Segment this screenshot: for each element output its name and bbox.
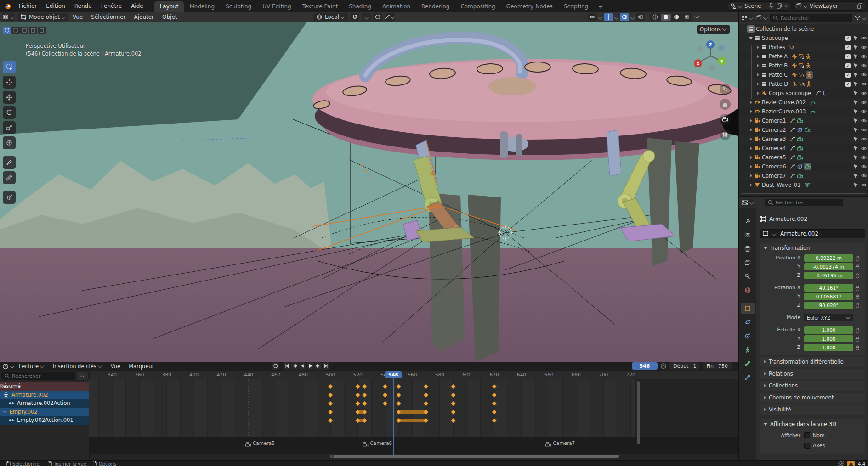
next-keyframe-button[interactable] — [315, 362, 322, 370]
jump-to-end-button[interactable] — [323, 362, 329, 370]
cursor-tool-button[interactable] — [3, 76, 16, 89]
visibility-dropdown[interactable] — [599, 14, 602, 20]
channel-empty.002[interactable]: −Empty.002 — [0, 408, 89, 416]
camdata-data-icon[interactable] — [797, 154, 803, 161]
visibility-eye-icon[interactable] — [861, 127, 867, 133]
mesh-data-icon[interactable]: ▽3 — [799, 72, 804, 78]
transform-value-field[interactable]: -0.46196 m — [804, 272, 853, 279]
outliner-row-beziercurve.002[interactable]: BezierCurve.002 — [739, 98, 868, 107]
panel-transformation-différentielle[interactable]: Transformation différentielle — [760, 357, 865, 367]
channel-armature.002action[interactable]: Armature.002Action — [0, 399, 89, 408]
lock-icon[interactable] — [853, 302, 862, 309]
add-cube-tool-button[interactable] — [3, 191, 16, 204]
move-tool-button[interactable] — [3, 91, 16, 104]
visibility-eye-icon[interactable] — [861, 145, 867, 152]
copy-icon[interactable] — [857, 3, 863, 9]
outliner-row-camera5[interactable]: Camera5 — [739, 153, 868, 162]
close-icon[interactable]: ✕ — [784, 4, 788, 9]
measure-tool-button[interactable] — [3, 171, 16, 184]
visibility-eye-icon[interactable] — [861, 173, 867, 179]
viewlayer-selector[interactable]: ViewLayer — [793, 1, 865, 11]
visibility-eye-icon[interactable] — [861, 81, 867, 87]
channel-armature.002[interactable]: Armature.002 — [0, 391, 89, 399]
visibility-eye-icon[interactable] — [861, 90, 867, 96]
current-frame-field[interactable]: 546 — [632, 362, 658, 370]
selectable-icon[interactable] — [852, 182, 859, 188]
outliner-hscrollbar[interactable] — [741, 193, 866, 194]
gizmo-dropdown[interactable] — [615, 14, 618, 20]
outliner-row-camera1[interactable]: Camera1 — [739, 116, 868, 125]
properties-search-input[interactable]: Rechercher — [765, 199, 843, 206]
timeline-vscrollbar[interactable] — [637, 381, 640, 444]
timeline-menu-lecture[interactable]: Lecture — [15, 363, 49, 370]
transform-value-field[interactable]: -0.002374 m — [804, 263, 853, 270]
visibility-icon[interactable] — [588, 13, 597, 21]
properties-editor-type-button[interactable] — [742, 199, 754, 207]
selectable-icon[interactable] — [852, 99, 859, 106]
object-name-field[interactable]: Armature.002 — [760, 229, 865, 238]
constraint-data-icon[interactable] — [797, 163, 803, 170]
timeline-hscrollbar-thumb[interactable] — [330, 455, 619, 458]
outliner-row-camera4[interactable]: Camera4 — [739, 144, 868, 153]
outliner-filter-mode-button[interactable] — [755, 14, 768, 22]
grid-view-icon[interactable] — [720, 129, 731, 140]
previous-keyframe-button[interactable] — [291, 362, 298, 370]
orientation-dropdown[interactable]: Local — [313, 13, 348, 21]
select-lasso-mode-button[interactable] — [29, 27, 37, 34]
camdata-data-icon[interactable] — [804, 163, 811, 170]
empty-data-icon[interactable] — [791, 62, 798, 69]
add-workspace-button[interactable]: + — [594, 2, 607, 12]
transform-panel-header[interactable]: Transformation — [760, 243, 865, 253]
hand-icon[interactable] — [720, 99, 731, 110]
workspace-tab-rendering[interactable]: Rendering — [416, 1, 455, 12]
visibility-eye-icon[interactable] — [861, 182, 867, 188]
workspace-tab-sculpting[interactable]: Sculpting — [220, 1, 257, 12]
workspace-tab-scripting[interactable]: Scripting — [558, 1, 594, 12]
material-shading-button[interactable] — [671, 14, 681, 21]
lock-icon[interactable] — [853, 344, 862, 351]
camdata-data-icon[interactable] — [797, 118, 803, 124]
selectable-icon[interactable] — [852, 53, 859, 60]
transform-value-field[interactable]: 40.161° — [804, 284, 853, 292]
properties-tab-tool[interactable] — [741, 215, 755, 227]
anim-data-icon[interactable] — [789, 118, 796, 124]
selectable-icon[interactable] — [852, 163, 859, 170]
overlays-icon[interactable] — [620, 13, 629, 21]
marker-camera7[interactable]: Camera7 — [545, 440, 575, 448]
empty-data-icon[interactable] — [791, 53, 798, 60]
camdata-data-icon[interactable] — [797, 173, 803, 179]
snap-settings-button[interactable] — [362, 13, 371, 21]
gizmo-icon[interactable] — [604, 13, 613, 21]
properties-tab-viewlayer[interactable] — [741, 257, 755, 269]
transform-value-field[interactable]: 1.000 — [804, 335, 853, 342]
timeline-hscrollbar[interactable] — [89, 455, 738, 458]
workspace-tab-texture-paint[interactable]: Texture Paint — [297, 1, 343, 12]
solid-shading-button[interactable] — [661, 14, 671, 21]
workspace-tab-shading[interactable]: Shading — [343, 1, 377, 12]
field-data-icon[interactable] — [822, 90, 828, 96]
rendered-shading-button[interactable] — [682, 14, 692, 21]
lock-icon[interactable] — [853, 285, 862, 291]
menu-rendu[interactable]: Rendu — [70, 3, 96, 9]
mesh-data-icon[interactable]: ▽4 — [789, 44, 794, 51]
menu-aide[interactable]: Aide — [126, 3, 148, 9]
lock-icon[interactable] — [853, 272, 862, 279]
workspace-tab-modeling[interactable]: Modeling — [184, 1, 220, 12]
exclude-checkbox[interactable]: ✓ — [845, 45, 851, 50]
properties-tab-bone-constraint[interactable] — [741, 371, 755, 383]
tweak-mode-button[interactable] — [3, 27, 11, 34]
copy-icon[interactable] — [776, 3, 783, 9]
select-box-tool-button[interactable] — [3, 61, 16, 73]
snap-magnet-icon[interactable] — [350, 13, 359, 21]
navigation-gizmo[interactable]: Z X Y — [692, 38, 729, 74]
anim-data-icon[interactable] — [789, 136, 796, 142]
outliner-row-camera6[interactable]: Camera6 — [739, 162, 868, 171]
keyframe-grid[interactable] — [89, 379, 738, 437]
sidebar-collapse-icon[interactable]: ❮ — [730, 45, 734, 51]
anim-data-icon[interactable] — [789, 127, 796, 133]
lock-icon[interactable] — [853, 264, 862, 270]
viewport-menu-objet[interactable]: Objet — [158, 14, 181, 20]
current-frame-badge[interactable]: 546 — [385, 371, 402, 378]
marker-strip[interactable]: Camera5Camera6Camera7 — [89, 437, 738, 454]
transform-value-field[interactable]: 1.000 — [804, 326, 853, 334]
